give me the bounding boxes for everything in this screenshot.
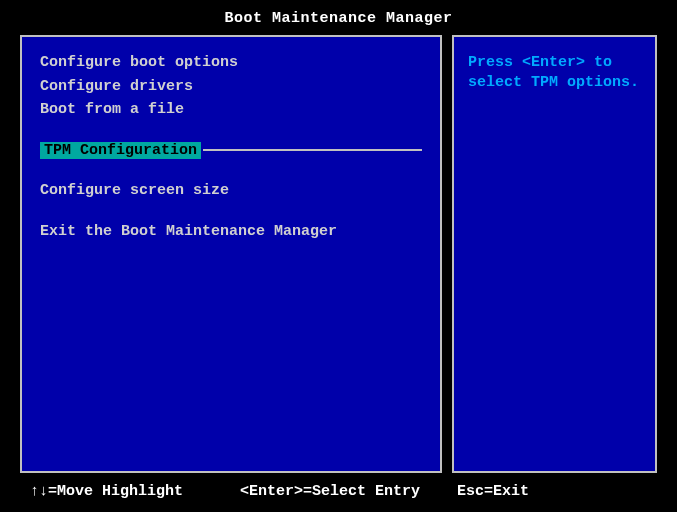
menu-item-exit[interactable]: Exit the Boot Maintenance Manager — [40, 222, 422, 242]
help-line-2: select TPM options. — [468, 73, 641, 93]
footer-hint-move: ↑↓=Move Highlight — [30, 483, 240, 500]
main-area: Configure boot options Configure drivers… — [0, 35, 677, 473]
footer-bar: ↑↓=Move Highlight <Enter>=Select Entry E… — [0, 473, 677, 512]
menu-item-tpm-configuration[interactable]: TPM Configuration — [40, 142, 201, 159]
menu-group-exit: Exit the Boot Maintenance Manager — [40, 222, 422, 242]
menu-item-boot-from-file[interactable]: Boot from a file — [40, 100, 422, 120]
menu-group-boot: Configure boot options Configure drivers… — [40, 53, 422, 120]
help-line-1: Press <Enter> to — [468, 53, 641, 73]
menu-item-tpm-configuration-row: TPM Configuration — [40, 142, 422, 159]
footer-hint-exit: Esc=Exit — [457, 483, 647, 500]
menu-item-configure-screen-size[interactable]: Configure screen size — [40, 181, 422, 201]
menu-panel: Configure boot options Configure drivers… — [20, 35, 442, 473]
help-text: Press <Enter> to select TPM options. — [468, 53, 641, 92]
menu-item-configure-boot-options[interactable]: Configure boot options — [40, 53, 422, 73]
page-title: Boot Maintenance Manager — [0, 0, 677, 35]
menu-group-screen: Configure screen size — [40, 181, 422, 201]
help-panel: Press <Enter> to select TPM options. — [452, 35, 657, 473]
bios-screen: Boot Maintenance Manager Configure boot … — [0, 0, 677, 512]
footer-hint-select: <Enter>=Select Entry — [240, 483, 457, 500]
divider-line — [203, 149, 422, 151]
menu-item-configure-drivers[interactable]: Configure drivers — [40, 77, 422, 97]
